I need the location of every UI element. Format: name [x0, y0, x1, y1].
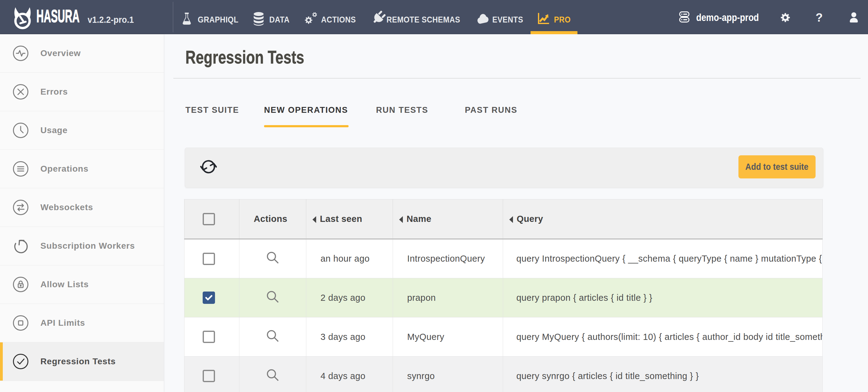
svg-text:HASURA: HASURA — [36, 9, 80, 26]
